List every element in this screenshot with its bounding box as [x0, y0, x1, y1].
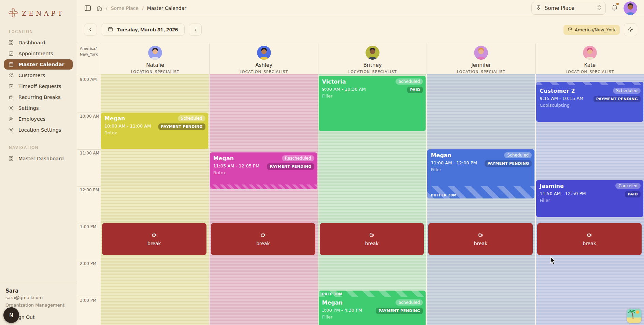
gutter-timezone: America/ New_York [77, 43, 101, 74]
sidebar-item-label: Dashboard [18, 40, 45, 45]
break-block[interactable]: break [102, 223, 206, 255]
sidebar-item-master-dashboard[interactable]: Master Dashboard [4, 153, 73, 164]
coffee-cup-icon [260, 232, 266, 239]
specialist-name: Jennifer [471, 62, 491, 68]
hour-line [77, 149, 101, 150]
sidebar-toggle-button[interactable] [84, 4, 91, 12]
sidebar-item-location-settings[interactable]: Location Settings [4, 125, 73, 135]
hour-line [77, 260, 101, 260]
specialist-role: LOCATION_SPECIALIST [566, 70, 614, 74]
payment-badge: PAYMENT PENDING [267, 163, 314, 170]
timezone-badge: America/New_York [563, 25, 620, 35]
specialist-name: Ashley [255, 62, 272, 68]
calendar-check-icon [8, 50, 14, 57]
payment-badge: PAYMENT PENDING [593, 96, 641, 102]
specialist-name: Natalie [146, 62, 164, 68]
specialist-header-kate[interactable]: KateLOCATION_SPECIALIST [535, 43, 644, 74]
brand-name: ZENAPT [22, 10, 65, 17]
sidebar-item-employees[interactable]: Employees [4, 114, 73, 124]
calendar-event-customer-2[interactable]: Customer 29:15 AM - 10:15 AMCoolsculptin… [536, 82, 643, 122]
calendar-settings-button[interactable] [624, 23, 637, 36]
nav-section-label: LOCATION [9, 29, 77, 34]
topbar: / Some Place / Master Calendar Some Plac… [77, 0, 644, 16]
specialist-header-ashley[interactable]: AshleyLOCATION_SPECIALIST [209, 43, 318, 74]
break-block[interactable]: break [537, 223, 642, 255]
calendar-event-megan[interactable]: PREP 10MMegan3:00 PM - 4:30 PMFillerSche… [319, 291, 426, 325]
location-select[interactable]: Some Place [531, 2, 606, 15]
sidebar-item-master-calendar[interactable]: Master Calendar [4, 59, 73, 70]
calendar-event-megan[interactable]: Megan11:05 AM - 12:05 PMBotoxRescheduled… [210, 152, 317, 189]
calendar-column-britney[interactable]: Victoria9:00 AM - 10:30 AMFillerSchedule… [318, 74, 427, 325]
event-badges: ScheduledPAYMENT PENDING [158, 115, 205, 130]
prep-band: PREP 10M [319, 291, 426, 297]
calendar-column-kate[interactable]: Customer 29:15 AM - 10:15 AMCoolsculptin… [536, 74, 644, 325]
status-badge: Canceled [615, 183, 641, 189]
hour-line [77, 113, 101, 113]
hour-line [77, 297, 101, 297]
breadcrumb-section[interactable]: Some Place [111, 5, 139, 11]
event-badges: ScheduledPAID [396, 78, 423, 93]
breadcrumb-page: Master Calendar [147, 5, 186, 11]
specialist-header-natalie[interactable]: NatalieLOCATION_SPECIALIST [101, 43, 209, 74]
calendar-event-megan[interactable]: Megan10:00 AM - 11:00 AMBotoxScheduledPA… [101, 113, 208, 149]
payment-badge: PAYMENT PENDING [376, 308, 423, 314]
palm-widget[interactable] [627, 309, 641, 323]
hour-label: 9:00 AM [80, 77, 97, 82]
user-avatar[interactable] [624, 1, 637, 15]
calendar-event-jasmine[interactable]: Jasmine11:50 AM - 12:50 PMFillerCanceled… [536, 180, 643, 217]
calendar-column-ashley[interactable]: Megan11:05 AM - 12:05 PMBotoxRescheduled… [210, 74, 318, 325]
user-role: Organization Management [5, 302, 71, 308]
sidebar-item-label: Recurring Breaks [18, 94, 61, 100]
buffer-band: BUFFER 20M [427, 186, 534, 198]
specialist-header-britney[interactable]: BritneyLOCATION_SPECIALIST [318, 43, 427, 74]
app-window: ZENAPT LOCATIONDashboardAppointmentsMast… [0, 0, 644, 325]
event-badges: CanceledPAID [615, 183, 641, 197]
prep-band [536, 82, 643, 85]
specialist-role: LOCATION_SPECIALIST [457, 70, 505, 74]
sidebar-item-label: Timeoff Requests [18, 84, 61, 89]
sidebar: ZENAPT LOCATIONDashboardAppointmentsMast… [0, 0, 77, 325]
calendar-event-victoria[interactable]: Victoria9:00 AM - 10:30 AMFillerSchedule… [319, 76, 426, 131]
brand: ZENAPT [0, 0, 77, 19]
sidebar-item-recurring-breaks[interactable]: Recurring Breaks [4, 92, 73, 102]
break-block[interactable]: break [211, 223, 315, 255]
sidebar-item-appointments[interactable]: Appointments [4, 48, 73, 59]
specialist-avatar [148, 46, 162, 60]
prev-day-button[interactable] [84, 24, 97, 36]
coffee-cup-icon [586, 232, 592, 239]
sidebar-item-label: Customers [18, 73, 45, 78]
status-badge: Scheduled [178, 115, 205, 121]
status-badge: Rescheduled [282, 155, 314, 161]
sidebar-item-label: Location Settings [18, 127, 61, 133]
sidebar-item-settings[interactable]: Settings [4, 103, 73, 113]
chevron-updown-icon [597, 5, 601, 12]
breadcrumb-separator: / [142, 5, 144, 11]
calendar-column-natalie[interactable]: Megan10:00 AM - 11:00 AMBotoxScheduledPA… [101, 74, 210, 325]
cup-icon [8, 94, 14, 100]
next-day-button[interactable] [189, 24, 202, 36]
break-block[interactable]: break [428, 223, 533, 255]
sidebar-item-label: Master Dashboard [18, 156, 64, 161]
floating-n-badge[interactable]: N [3, 307, 19, 323]
sidebar-item-dashboard[interactable]: Dashboard [4, 38, 73, 48]
specialist-header-jennifer[interactable]: JenniferLOCATION_SPECIALIST [427, 43, 535, 74]
hour-line [77, 223, 101, 223]
date-picker-button[interactable]: Tuesday, March 31, 2026 [101, 24, 185, 36]
nav-items: DashboardAppointmentsMaster CalendarCust… [0, 38, 77, 135]
calendar-event-megan[interactable]: Megan11:00 AM - 12:00 PMFillerScheduledP… [427, 149, 534, 198]
sidebar-item-timeoff-requests[interactable]: Timeoff Requests [4, 81, 73, 91]
coffee-cup-icon [369, 232, 375, 239]
break-block[interactable]: break [320, 223, 424, 255]
notifications-button[interactable] [611, 4, 618, 12]
sidebar-item-customers[interactable]: Customers [4, 70, 73, 80]
calendar-icon [108, 26, 113, 33]
event-body: Megan11:00 AM - 12:00 PMFillerScheduledP… [427, 149, 534, 186]
event-service: Filler [322, 314, 423, 320]
home-icon[interactable] [96, 5, 102, 11]
calendar-column-jennifer[interactable]: Megan11:00 AM - 12:00 PMFillerScheduledP… [427, 74, 536, 325]
hour-line [77, 186, 101, 187]
gear-icon [8, 105, 14, 111]
grid-icon [8, 40, 14, 46]
calendar-check-icon [8, 83, 14, 89]
hour-label: 1:00 PM [80, 224, 96, 229]
